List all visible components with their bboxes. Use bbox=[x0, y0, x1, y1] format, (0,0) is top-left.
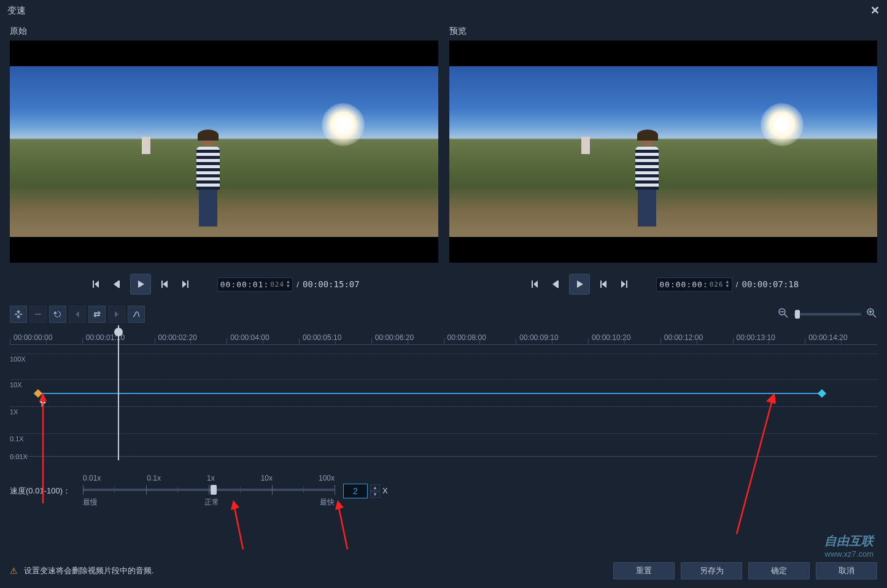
prev-frame-icon[interactable] bbox=[548, 277, 563, 292]
svg-line-7 bbox=[873, 314, 876, 317]
curve-icon[interactable] bbox=[128, 306, 145, 323]
original-timecode-input[interactable]: 00:00:01:024 ▲▼ bbox=[217, 277, 293, 292]
cancel-button[interactable]: 取消 bbox=[816, 562, 877, 579]
speed-desc: 最慢 正常 最快 bbox=[83, 497, 335, 508]
speed-scale: 0.01x 0.1x 1x 10x 100x bbox=[83, 474, 335, 482]
zoom-in-icon[interactable] bbox=[866, 308, 877, 321]
y-label-001x: 0.01X bbox=[10, 453, 28, 460]
ruler-tick: 00:00:14:20 bbox=[808, 333, 847, 342]
ruler-tick: 00:00:02:20 bbox=[158, 333, 197, 342]
video-frame bbox=[449, 66, 878, 237]
preview-timecode-input[interactable]: 00:00:00:026 ▲▼ bbox=[656, 277, 732, 292]
speed-curve[interactable] bbox=[37, 393, 825, 394]
close-icon[interactable]: ✕ bbox=[870, 4, 880, 17]
keyframe-end[interactable] bbox=[818, 389, 826, 398]
first-frame-icon[interactable] bbox=[527, 277, 542, 292]
speed-slider-wrap: 0.01x 0.1x 1x 10x 100x 最慢 正常 最快 bbox=[83, 474, 335, 508]
ok-button[interactable]: 确定 bbox=[748, 562, 810, 579]
tc-separator: / bbox=[296, 280, 299, 289]
tc-separator: / bbox=[736, 280, 738, 289]
preview-column: 预览 00:00:00:026 ▲▼ / 00:00:07:18 bbox=[449, 26, 878, 301]
svg-line-10 bbox=[234, 508, 243, 549]
ruler-tick: 00:00:12:00 bbox=[664, 333, 703, 342]
speed-control-row: 速度(0.01-100)： 0.01x 0.1x 1x 10x 100x 最慢 … bbox=[0, 457, 887, 513]
speed-input[interactable] bbox=[343, 484, 368, 498]
scale-001x: 0.01x bbox=[83, 474, 101, 482]
timeline: 00:00:00:00 00:00:01:10 00:00:02:20 00:0… bbox=[0, 325, 887, 457]
scale-100x: 100x bbox=[319, 474, 335, 482]
svg-line-12 bbox=[339, 508, 347, 549]
last-frame-icon[interactable] bbox=[178, 277, 193, 292]
ruler-tick: 00:00:10:20 bbox=[592, 333, 630, 342]
warning-icon: ⚠ bbox=[10, 566, 18, 576]
swap-icon[interactable] bbox=[88, 306, 106, 323]
svg-rect-0 bbox=[35, 314, 41, 315]
time-ruler[interactable]: 00:00:00:00 00:00:01:10 00:00:02:20 00:0… bbox=[10, 325, 877, 345]
y-label-01x: 0.1X bbox=[10, 435, 24, 443]
warning-text: 设置变速将会删除视频片段中的音频. bbox=[24, 565, 607, 576]
ruler-tick: 00:00:00:00 bbox=[14, 333, 52, 342]
ruler-tick: 00:00:08:00 bbox=[447, 333, 486, 342]
tc-spinner[interactable]: ▲▼ bbox=[726, 280, 729, 288]
zoom-slider[interactable] bbox=[794, 313, 861, 315]
play-button[interactable] bbox=[130, 274, 151, 295]
ruler-tick: 00:00:04:00 bbox=[230, 333, 269, 342]
preview-controls: 00:00:00:026 ▲▼ / 00:00:07:18 bbox=[449, 263, 878, 301]
speed-spinner[interactable]: ▲▼ bbox=[370, 484, 380, 498]
ruler-tick: 00:00:09:10 bbox=[519, 333, 558, 342]
speed-input-group: ▲▼ X bbox=[343, 484, 388, 498]
ruler-tick: 00:00:13:10 bbox=[737, 333, 775, 342]
add-keyframe-icon[interactable] bbox=[10, 306, 27, 323]
reset-keyframes-icon[interactable] bbox=[49, 306, 66, 323]
prev-keyframe-icon bbox=[69, 306, 86, 323]
remove-keyframe-icon bbox=[29, 306, 47, 323]
speed-suffix: X bbox=[382, 486, 388, 495]
preview-timecode-group: 00:00:00:026 ▲▼ / 00:00:07:18 bbox=[656, 277, 799, 292]
window-title: 变速 bbox=[7, 5, 26, 17]
preview-row: 原始 00:00:01:024 ▲▼ / 00:00:15:07 bbox=[0, 21, 887, 301]
last-frame-icon[interactable] bbox=[617, 277, 632, 292]
reset-button[interactable]: 重置 bbox=[613, 562, 675, 579]
play-button[interactable] bbox=[569, 274, 590, 295]
original-controls: 00:00:01:024 ▲▼ / 00:00:15:07 bbox=[10, 263, 438, 301]
speed-slider-thumb[interactable] bbox=[211, 485, 217, 495]
zoom-out-icon[interactable] bbox=[778, 308, 789, 321]
svg-line-3 bbox=[784, 314, 788, 317]
timeline-toolbar bbox=[0, 301, 887, 325]
y-label-1x: 1X bbox=[10, 408, 18, 416]
scale-01x: 0.1x bbox=[147, 474, 161, 482]
first-frame-icon[interactable] bbox=[88, 277, 103, 292]
original-total-time: 00:00:15:07 bbox=[303, 279, 360, 289]
video-frame bbox=[10, 66, 438, 237]
prev-frame-icon[interactable] bbox=[109, 277, 124, 292]
zoom-slider-thumb[interactable] bbox=[795, 310, 800, 319]
speed-slider[interactable] bbox=[83, 489, 335, 491]
ruler-tick: 00:00:05:10 bbox=[303, 333, 341, 342]
keyframe-start[interactable] bbox=[34, 389, 42, 398]
preview-total-time: 00:00:07:18 bbox=[742, 279, 799, 289]
original-timecode-group: 00:00:01:024 ▲▼ / 00:00:15:07 bbox=[217, 277, 360, 292]
original-label: 原始 bbox=[10, 26, 438, 37]
tc-main: 00:00:01: bbox=[220, 280, 269, 289]
y-label-100x: 100X bbox=[10, 355, 26, 363]
playhead[interactable] bbox=[118, 325, 119, 460]
titlebar: 变速 ✕ bbox=[0, 0, 887, 21]
speed-label: 速度(0.01-100)： bbox=[10, 485, 74, 497]
original-column: 原始 00:00:01:024 ▲▼ / 00:00:15:07 bbox=[10, 26, 438, 301]
desc-fast: 最快 bbox=[320, 497, 335, 508]
desc-normal: 正常 bbox=[204, 497, 219, 508]
preview-video[interactable] bbox=[449, 41, 878, 263]
next-frame-icon[interactable] bbox=[157, 277, 172, 292]
save-as-button[interactable]: 另存为 bbox=[681, 562, 742, 579]
original-video[interactable] bbox=[10, 41, 438, 263]
tc-main: 00:00:00: bbox=[659, 280, 708, 289]
zoom-controls bbox=[778, 308, 877, 321]
watermark-logo: 自由互联 bbox=[824, 533, 873, 549]
scale-1x: 1x bbox=[207, 474, 215, 482]
bottom-bar: ⚠ 设置变速将会删除视频片段中的音频. 重置 另存为 确定 取消 bbox=[0, 556, 887, 588]
speed-graph[interactable]: 100X 10X 1X 0.1X 0.01X ➤ bbox=[10, 345, 877, 457]
y-label-10x: 10X bbox=[10, 381, 22, 389]
tc-spinner[interactable]: ▲▼ bbox=[287, 280, 290, 288]
ruler-tick: 00:00:06:20 bbox=[375, 333, 414, 342]
next-frame-icon[interactable] bbox=[596, 277, 611, 292]
